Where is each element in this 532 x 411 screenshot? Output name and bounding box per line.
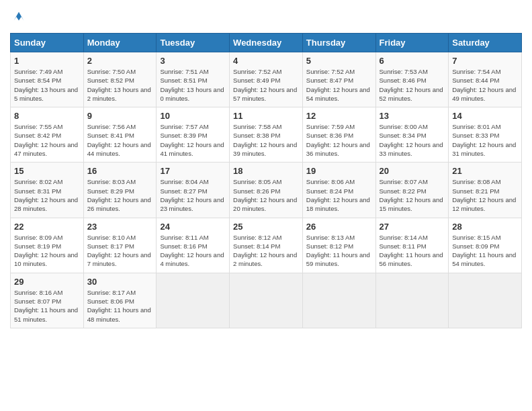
day-number: 8 (14, 111, 80, 121)
day-number: 5 (306, 56, 372, 66)
day-number: 30 (87, 277, 153, 287)
calendar-day-cell: 17 Sunrise: 8:04 AMSunset: 8:27 PMDaylig… (157, 163, 230, 218)
calendar-day-cell: 24 Sunrise: 8:11 AMSunset: 8:16 PMDaylig… (157, 218, 230, 273)
day-number: 17 (160, 166, 226, 176)
header (10, 7, 522, 28)
day-info: Sunrise: 8:09 AMSunset: 8:19 PMDaylight:… (14, 234, 78, 268)
day-info: Sunrise: 8:08 AMSunset: 8:21 PMDaylight:… (452, 178, 516, 212)
day-info: Sunrise: 7:57 AMSunset: 8:39 PMDaylight:… (160, 123, 224, 157)
day-info: Sunrise: 7:52 AMSunset: 8:49 PMDaylight:… (233, 68, 297, 102)
calendar-day-cell: 5 Sunrise: 7:52 AMSunset: 8:47 PMDayligh… (302, 52, 375, 107)
calendar-day-cell: 4 Sunrise: 7:52 AMSunset: 8:49 PMDayligh… (230, 52, 303, 107)
weekday-header-sunday: Sunday (11, 34, 84, 52)
calendar-day-cell: 13 Sunrise: 8:00 AMSunset: 8:34 PMDaylig… (375, 107, 449, 163)
logo (10, 9, 26, 28)
calendar-week-row: 29 Sunrise: 8:16 AMSunset: 8:07 PMDaylig… (11, 273, 522, 328)
day-info: Sunrise: 7:50 AMSunset: 8:52 PMDaylight:… (87, 68, 151, 102)
day-info: Sunrise: 7:56 AMSunset: 8:41 PMDaylight:… (87, 123, 151, 157)
day-info: Sunrise: 8:07 AMSunset: 8:22 PMDaylight:… (380, 178, 443, 212)
day-info: Sunrise: 7:49 AMSunset: 8:54 PMDaylight:… (14, 68, 78, 102)
day-number: 15 (14, 166, 80, 176)
day-number: 10 (160, 111, 226, 121)
weekday-header-thursday: Thursday (302, 34, 375, 52)
calendar-day-cell: 11 Sunrise: 7:58 AMSunset: 8:38 PMDaylig… (230, 107, 303, 163)
day-number: 12 (306, 111, 372, 121)
calendar-day-cell: 7 Sunrise: 7:54 AMSunset: 8:44 PMDayligh… (449, 52, 522, 107)
day-number: 4 (233, 56, 299, 66)
calendar-day-cell (230, 273, 303, 328)
day-number: 27 (380, 222, 445, 232)
day-info: Sunrise: 8:00 AMSunset: 8:34 PMDaylight:… (380, 123, 443, 157)
day-number: 29 (14, 277, 80, 287)
day-number: 16 (87, 166, 153, 176)
calendar-day-cell: 27 Sunrise: 8:14 AMSunset: 8:11 PMDaylig… (375, 218, 449, 273)
day-number: 3 (160, 56, 226, 66)
day-info: Sunrise: 8:04 AMSunset: 8:27 PMDaylight:… (160, 178, 224, 212)
day-info: Sunrise: 8:13 AMSunset: 8:12 PMDaylight:… (306, 234, 370, 268)
day-number: 21 (452, 166, 518, 176)
day-number: 14 (452, 111, 518, 121)
calendar-week-row: 22 Sunrise: 8:09 AMSunset: 8:19 PMDaylig… (11, 218, 522, 273)
day-info: Sunrise: 7:59 AMSunset: 8:36 PMDaylight:… (306, 123, 370, 157)
day-number: 28 (452, 222, 518, 232)
calendar-day-cell: 29 Sunrise: 8:16 AMSunset: 8:07 PMDaylig… (11, 273, 84, 328)
calendar-week-row: 1 Sunrise: 7:49 AMSunset: 8:54 PMDayligh… (11, 52, 522, 107)
calendar-day-cell (375, 273, 449, 328)
calendar-day-cell (449, 273, 522, 328)
calendar-day-cell: 10 Sunrise: 7:57 AMSunset: 8:39 PMDaylig… (157, 107, 230, 163)
weekday-header-tuesday: Tuesday (157, 34, 230, 52)
day-info: Sunrise: 8:17 AMSunset: 8:06 PMDaylight:… (87, 289, 151, 323)
day-info: Sunrise: 7:52 AMSunset: 8:47 PMDaylight:… (306, 68, 370, 102)
day-number: 22 (14, 222, 80, 232)
day-info: Sunrise: 7:55 AMSunset: 8:42 PMDaylight:… (14, 123, 78, 157)
calendar-day-cell (157, 273, 230, 328)
day-info: Sunrise: 8:12 AMSunset: 8:14 PMDaylight:… (233, 234, 297, 268)
calendar-week-row: 15 Sunrise: 8:02 AMSunset: 8:31 PMDaylig… (11, 163, 522, 218)
calendar-day-cell: 14 Sunrise: 8:01 AMSunset: 8:33 PMDaylig… (449, 107, 522, 163)
day-info: Sunrise: 8:01 AMSunset: 8:33 PMDaylight:… (452, 123, 516, 157)
day-info: Sunrise: 8:16 AMSunset: 8:07 PMDaylight:… (14, 289, 78, 323)
calendar-day-cell: 19 Sunrise: 8:06 AMSunset: 8:24 PMDaylig… (302, 163, 375, 218)
weekday-header-saturday: Saturday (449, 34, 522, 52)
calendar-week-row: 8 Sunrise: 7:55 AMSunset: 8:42 PMDayligh… (11, 107, 522, 163)
day-number: 24 (160, 222, 226, 232)
logo-icon (11, 9, 26, 24)
day-info: Sunrise: 7:53 AMSunset: 8:46 PMDaylight:… (380, 68, 443, 102)
day-info: Sunrise: 8:06 AMSunset: 8:24 PMDaylight:… (306, 178, 370, 212)
weekday-header-monday: Monday (83, 34, 157, 52)
day-info: Sunrise: 8:15 AMSunset: 8:09 PMDaylight:… (452, 234, 516, 268)
day-info: Sunrise: 8:11 AMSunset: 8:16 PMDaylight:… (160, 234, 224, 268)
day-number: 23 (87, 222, 153, 232)
day-info: Sunrise: 8:05 AMSunset: 8:26 PMDaylight:… (233, 178, 297, 212)
weekday-header-friday: Friday (375, 34, 449, 52)
day-info: Sunrise: 8:10 AMSunset: 8:17 PMDaylight:… (87, 234, 151, 268)
calendar-day-cell (302, 273, 375, 328)
calendar-day-cell: 18 Sunrise: 8:05 AMSunset: 8:26 PMDaylig… (230, 163, 303, 218)
day-info: Sunrise: 8:14 AMSunset: 8:11 PMDaylight:… (380, 234, 443, 268)
day-number: 19 (306, 166, 372, 176)
calendar-table: SundayMondayTuesdayWednesdayThursdayFrid… (10, 33, 522, 328)
day-number: 13 (380, 111, 445, 121)
calendar-day-cell: 6 Sunrise: 7:53 AMSunset: 8:46 PMDayligh… (375, 52, 449, 107)
day-number: 1 (14, 56, 80, 66)
day-number: 25 (233, 222, 299, 232)
day-number: 11 (233, 111, 299, 121)
weekday-header-wednesday: Wednesday (230, 34, 303, 52)
calendar-day-cell: 25 Sunrise: 8:12 AMSunset: 8:14 PMDaylig… (230, 218, 303, 273)
calendar-day-cell: 16 Sunrise: 8:03 AMSunset: 8:29 PMDaylig… (83, 163, 157, 218)
day-number: 20 (380, 166, 445, 176)
day-info: Sunrise: 8:03 AMSunset: 8:29 PMDaylight:… (87, 178, 151, 212)
svg-marker-0 (14, 12, 24, 21)
day-number: 6 (380, 56, 445, 66)
calendar-day-cell: 28 Sunrise: 8:15 AMSunset: 8:09 PMDaylig… (449, 218, 522, 273)
calendar-day-cell: 12 Sunrise: 7:59 AMSunset: 8:36 PMDaylig… (302, 107, 375, 163)
calendar-day-cell: 20 Sunrise: 8:07 AMSunset: 8:22 PMDaylig… (375, 163, 449, 218)
day-number: 18 (233, 166, 299, 176)
calendar-day-cell: 2 Sunrise: 7:50 AMSunset: 8:52 PMDayligh… (83, 52, 157, 107)
calendar-day-cell: 30 Sunrise: 8:17 AMSunset: 8:06 PMDaylig… (83, 273, 157, 328)
calendar-day-cell: 9 Sunrise: 7:56 AMSunset: 8:41 PMDayligh… (83, 107, 157, 163)
day-number: 26 (306, 222, 372, 232)
day-info: Sunrise: 7:51 AMSunset: 8:51 PMDaylight:… (160, 68, 224, 102)
day-info: Sunrise: 7:54 AMSunset: 8:44 PMDaylight:… (452, 68, 516, 102)
weekday-header-row: SundayMondayTuesdayWednesdayThursdayFrid… (11, 34, 522, 52)
